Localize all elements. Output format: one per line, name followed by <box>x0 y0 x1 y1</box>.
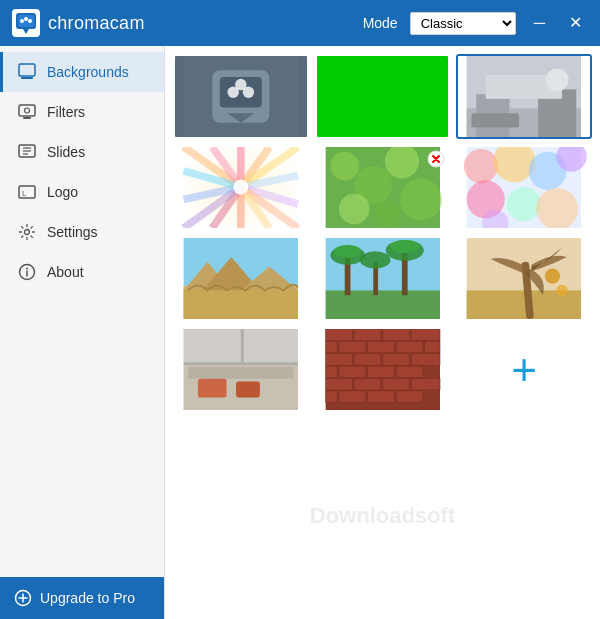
thumb-indoor[interactable] <box>173 327 309 412</box>
titlebar: chromacam Mode Classic Professional ─ ✕ <box>0 0 600 46</box>
svg-text:L: L <box>22 189 27 198</box>
svg-rect-98 <box>198 379 227 398</box>
svg-point-60 <box>339 194 369 224</box>
svg-point-17 <box>25 230 30 235</box>
svg-rect-77 <box>184 290 298 319</box>
sidebar-item-filters[interactable]: Filters <box>0 92 164 132</box>
thumb-brick[interactable] <box>315 327 451 412</box>
sidebar-label-slides: Slides <box>47 144 85 160</box>
svg-rect-6 <box>19 64 35 76</box>
svg-point-82 <box>334 245 361 258</box>
logo-thumb-svg <box>175 56 307 137</box>
sidebar-item-settings[interactable]: Settings <box>0 212 164 252</box>
svg-rect-114 <box>411 354 440 365</box>
sidebar-items: Backgrounds Filters <box>0 46 164 577</box>
settings-icon <box>17 222 37 242</box>
svg-rect-7 <box>21 77 33 79</box>
main-content: Backgrounds Filters <box>0 46 600 619</box>
svg-point-64 <box>464 149 498 183</box>
svg-point-9 <box>25 108 30 113</box>
sidebar-item-logo[interactable]: L Logo <box>0 172 164 212</box>
svg-rect-96 <box>241 329 244 367</box>
palms-thumb-svg <box>317 238 449 319</box>
svg-rect-107 <box>367 341 394 352</box>
delete-icon[interactable] <box>427 150 445 168</box>
backgrounds-icon <box>17 62 37 82</box>
filters-icon <box>17 102 37 122</box>
svg-rect-120 <box>354 379 381 390</box>
rays-thumb-svg <box>175 147 307 228</box>
thumb-blur[interactable] <box>315 145 451 230</box>
sidebar-label-settings: Settings <box>47 224 98 240</box>
sidebar-label-filters: Filters <box>47 104 85 120</box>
sidebar-label-logo: Logo <box>47 184 78 200</box>
upgrade-button[interactable]: Upgrade to Pro <box>0 577 164 619</box>
svg-rect-104 <box>382 329 409 340</box>
watermark: Downloadsoft <box>310 503 455 529</box>
svg-rect-8 <box>19 105 35 116</box>
svg-rect-99 <box>236 381 260 397</box>
svg-rect-108 <box>396 341 423 352</box>
svg-point-92 <box>557 285 568 296</box>
svg-point-61 <box>374 200 401 227</box>
svg-rect-38 <box>472 113 520 127</box>
svg-rect-105 <box>411 329 440 340</box>
svg-rect-116 <box>367 366 394 377</box>
thumb-logo[interactable] <box>173 54 309 139</box>
minimize-button[interactable]: ─ <box>528 13 551 33</box>
mode-label: Mode <box>363 15 398 31</box>
thumb-tropical[interactable] <box>456 236 592 321</box>
svg-point-37 <box>546 68 569 91</box>
office-thumb-svg <box>458 56 590 137</box>
svg-point-29 <box>235 79 246 90</box>
svg-rect-122 <box>411 379 440 390</box>
thumb-green[interactable] <box>315 54 451 139</box>
svg-rect-113 <box>382 354 409 365</box>
upgrade-icon <box>14 589 32 607</box>
svg-rect-109 <box>325 341 336 352</box>
svg-rect-100 <box>188 367 293 378</box>
svg-rect-10 <box>23 117 31 119</box>
svg-point-3 <box>28 19 32 23</box>
svg-rect-31 <box>325 56 439 137</box>
slides-icon <box>17 142 37 162</box>
svg-point-20 <box>26 268 28 270</box>
svg-rect-103 <box>354 329 381 340</box>
watermark-text: Downloadsoft <box>310 503 455 529</box>
svg-point-85 <box>390 240 419 253</box>
svg-rect-126 <box>325 391 336 402</box>
svg-rect-106 <box>339 341 366 352</box>
thumbnails-grid: + <box>173 54 592 412</box>
thumb-office[interactable] <box>456 54 592 139</box>
thumb-desert1[interactable] <box>173 236 309 321</box>
thumb-bokeh[interactable] <box>456 145 592 230</box>
svg-rect-102 <box>325 329 352 340</box>
svg-point-69 <box>507 187 541 221</box>
sidebar-label-backgrounds: Backgrounds <box>47 64 129 80</box>
sidebar-item-backgrounds[interactable]: Backgrounds <box>0 52 164 92</box>
svg-rect-119 <box>325 379 352 390</box>
svg-rect-118 <box>325 366 336 377</box>
thumb-add[interactable]: + <box>456 327 592 412</box>
svg-point-56 <box>330 152 359 181</box>
svg-rect-115 <box>339 366 366 377</box>
svg-rect-79 <box>325 290 439 319</box>
sidebar-item-about[interactable]: About <box>0 252 164 292</box>
svg-rect-110 <box>424 341 439 352</box>
indoor-thumb-svg <box>175 329 307 410</box>
svg-point-4 <box>24 17 28 21</box>
thumb-palms[interactable] <box>315 236 451 321</box>
svg-rect-111 <box>325 354 352 365</box>
svg-point-54 <box>233 179 248 194</box>
mode-select[interactable]: Classic Professional <box>410 12 516 35</box>
close-button[interactable]: ✕ <box>563 13 588 33</box>
upgrade-label: Upgrade to Pro <box>40 590 135 606</box>
svg-marker-5 <box>23 29 29 34</box>
thumb-rays[interactable] <box>173 145 309 230</box>
sidebar-label-about: About <box>47 264 84 280</box>
svg-point-87 <box>360 251 390 268</box>
svg-rect-117 <box>396 366 423 377</box>
sidebar-item-slides[interactable]: Slides <box>0 132 164 172</box>
svg-rect-112 <box>354 354 381 365</box>
app-logo <box>12 9 40 37</box>
